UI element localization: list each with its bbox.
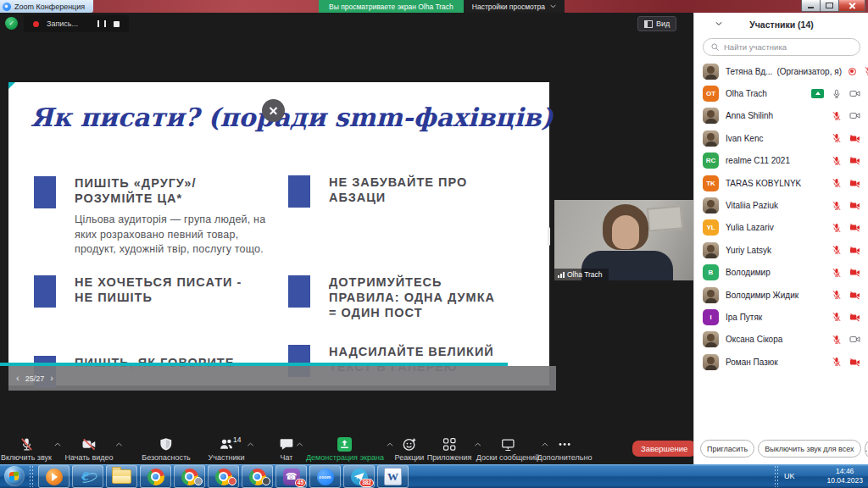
toolbar-item[interactable]: Дополнительно (537, 437, 593, 462)
camera-status-icon (849, 178, 860, 189)
toolbar-item[interactable]: 14 Участники (209, 437, 245, 462)
slide-bullet: ДОТРИМУЙТЕСЬ ПРАВИЛА: ОДНА ДУМКА = ОДИН … (288, 274, 541, 320)
slide-scrollbar[interactable] (548, 227, 550, 246)
toolbar-item[interactable]: Безопасность (142, 437, 190, 462)
chevron-up-icon[interactable] (387, 442, 393, 446)
camera-status-icon (849, 267, 860, 278)
avatar (703, 287, 719, 303)
next-slide-button[interactable]: › (50, 374, 53, 383)
participants-footer: Пригласить Выключить звук для всех ... (694, 440, 868, 458)
camera-status-icon (849, 110, 860, 121)
chevron-up-icon[interactable] (297, 442, 303, 446)
mic-status-icon (832, 245, 842, 255)
security-shield-icon: ✓ (5, 17, 18, 30)
participant-row[interactable]: Роман Пазюк (694, 351, 868, 373)
camera-status-icon (849, 312, 860, 323)
toolbar-item[interactable]: Реакции (395, 437, 425, 462)
stop-recording-button[interactable] (114, 21, 120, 27)
internet-explorer-icon (79, 468, 97, 486)
taskbar-app[interactable] (208, 465, 239, 488)
participant-row[interactable]: Anna Shilinh (694, 105, 868, 127)
camera-status-icon (849, 334, 860, 345)
taskbar-app[interactable] (140, 465, 171, 488)
close-button[interactable] (838, 0, 865, 12)
chevron-up-icon[interactable] (54, 442, 61, 446)
participant-name: Ivan Kenc (726, 134, 763, 143)
toolbar-item[interactable]: Доски сообщений (476, 437, 539, 462)
participant-name: Olha Trach (726, 89, 767, 98)
participant-row[interactable]: Ivan Kenc (694, 127, 868, 149)
taskbar-app[interactable]: 45 (275, 465, 307, 488)
previous-slide-button[interactable]: ‹ (16, 374, 19, 383)
invite-button[interactable]: Пригласить (700, 440, 754, 458)
toolbar-item[interactable]: Включить звук (1, 437, 52, 462)
participant-name: Тетяна Вд... (726, 67, 772, 76)
participant-row[interactable]: TK TARAS KOBYLNYK (694, 172, 868, 194)
participants-icon (220, 437, 234, 452)
camera-status-icon (849, 245, 860, 256)
chevron-up-icon[interactable] (248, 442, 254, 446)
taskbar-app[interactable] (106, 465, 137, 488)
screen-share-badge-icon (811, 89, 824, 98)
taskbar-app[interactable] (72, 465, 103, 488)
toolbar-item[interactable]: Демонстрация экрана (306, 437, 384, 462)
share-banners: Вы просматриваете экран Olha Trach Настр… (319, 0, 565, 13)
participant-row[interactable]: І Іра Путяк (694, 306, 868, 328)
participant-name: realme C11 2021 (726, 156, 790, 165)
toolbar-label: Включить звук (1, 453, 52, 462)
minimize-button[interactable] (801, 0, 821, 12)
avatar: YL (703, 219, 719, 236)
camera-status-icon (849, 88, 860, 99)
close-annotation-button[interactable] (262, 99, 285, 122)
participant-row[interactable]: В Володимир (694, 262, 868, 284)
participant-row[interactable]: OT Olha Trach (694, 82, 868, 104)
recording-dot-icon (33, 21, 39, 27)
toolbar-item[interactable]: Начать видео (64, 437, 113, 462)
mic-off-icon (19, 437, 34, 452)
collapse-panel-icon[interactable] (715, 21, 722, 26)
mute-all-button[interactable]: Выключить звук для всех (758, 440, 860, 458)
participant-search (703, 38, 860, 56)
chevron-up-icon[interactable] (116, 442, 123, 446)
taskbar-app[interactable] (174, 465, 205, 488)
taskbar-app[interactable] (377, 465, 409, 488)
viewing-screen-banner: Вы просматриваете экран Olha Trach (319, 0, 464, 13)
start-button[interactable] (4, 466, 25, 486)
avatar: OT (703, 86, 719, 102)
slide-bullet: НЕ ЗАБУВАЙТЕ ПРО АБЗАЦИ (288, 175, 541, 208)
leave-meeting-button[interactable]: Завершение (632, 441, 696, 457)
taskbar-clock[interactable]: 14:46 10.04.2023 (826, 467, 863, 485)
taskbar-app[interactable] (38, 465, 70, 488)
taskbar-app[interactable] (242, 465, 273, 488)
participant-row[interactable]: Yuriy Latsyk (694, 239, 868, 261)
mic-status-icon (832, 312, 842, 322)
taskbar-app[interactable]: zoom (309, 465, 341, 488)
participant-name: Іра Путяк (726, 313, 762, 322)
participant-row[interactable]: Оксана Сікора (694, 329, 868, 351)
search-input[interactable] (703, 38, 860, 56)
participant-row[interactable]: Vitaliia Paziuk (694, 194, 868, 216)
toolbar-item[interactable]: Приложения (427, 437, 472, 462)
system-tray: UK 14:46 10.04.2023 (774, 464, 868, 488)
speaker-video-tile[interactable]: Olha Trach (554, 200, 693, 280)
camera-status-icon (849, 200, 860, 211)
participant-row[interactable]: Володимир Жидик (694, 284, 868, 306)
bullet-heading: НЕ ХОЧЕТЬСЯ ПИСАТИ - НЕ ПИШІТЬ (75, 274, 278, 305)
pause-recording-button[interactable] (97, 20, 106, 27)
language-indicator[interactable]: UK (784, 472, 795, 480)
participant-row[interactable]: Тетяна Вд... (Организатор, я) (694, 60, 868, 82)
tray-time: 14:46 (826, 467, 863, 476)
more-options-button[interactable]: ... (865, 441, 868, 458)
search-icon (710, 42, 720, 52)
participant-row[interactable]: YL Yulia Lazariv (694, 217, 868, 239)
toolbar-item[interactable]: Чат (280, 437, 294, 462)
view-settings-dropdown[interactable]: Настройки просмотра (464, 0, 565, 13)
view-button[interactable]: Вид (637, 16, 676, 31)
maximize-button[interactable] (820, 0, 839, 12)
taskbar-app[interactable]: 382 (343, 465, 375, 488)
participant-row[interactable]: RC realme C11 2021 (694, 150, 868, 172)
mic-status-icon (832, 223, 842, 233)
slide-pager: ‹ 25/27 › (16, 374, 53, 383)
share-screen-icon (338, 437, 353, 452)
notification-badge: 45 (295, 479, 306, 487)
